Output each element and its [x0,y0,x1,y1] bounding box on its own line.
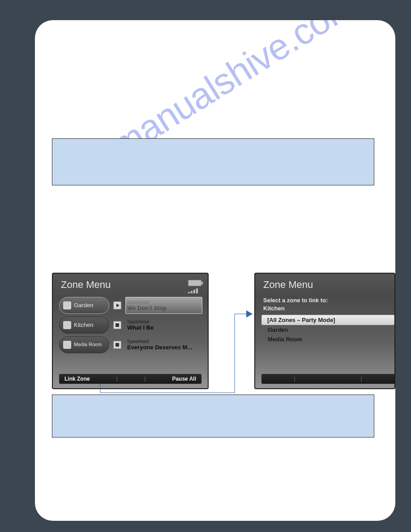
bar-divider: | [294,376,295,382]
track-artist: Spearhead [127,300,202,305]
zone-icon [63,341,71,349]
screenshot-zone-menu-right: Zone Menu Select a zone to link to: Kitc… [254,273,395,389]
zone-label: Kitchen [74,322,93,328]
svg-marker-0 [246,310,253,317]
callout-box-lower [52,395,374,438]
link-target-list: [All Zones – Party Mode] Garden Media Ro… [261,315,394,344]
callout-box-upper [52,138,374,185]
soft-button-bar: | | [261,374,394,384]
signal-icon [188,288,201,293]
link-option-media-room[interactable]: Media Room [261,335,394,344]
link-prompt: Select a zone to link to: [263,297,328,304]
zone-icon [63,301,71,309]
zone-menu-title: Zone Menu [263,279,313,291]
zone-icon [63,321,71,329]
zone-label: Garden [74,302,93,309]
link-current-zone: Kitchen [263,305,285,312]
arrow-icon [100,305,261,395]
link-option-garden[interactable]: Garden [261,325,394,335]
link-option-all-zones[interactable]: [All Zones – Party Mode] [261,315,394,325]
battery-icon [188,280,201,286]
zone-label: Media Room [74,342,102,348]
zone-menu-title: Zone Menu [61,279,111,291]
bar-divider: | [360,376,362,382]
document-page: manualshive.com Zone Menu Garden Spearhe… [35,20,395,521]
soft-button-link-zone[interactable]: Link Zone [64,376,90,382]
